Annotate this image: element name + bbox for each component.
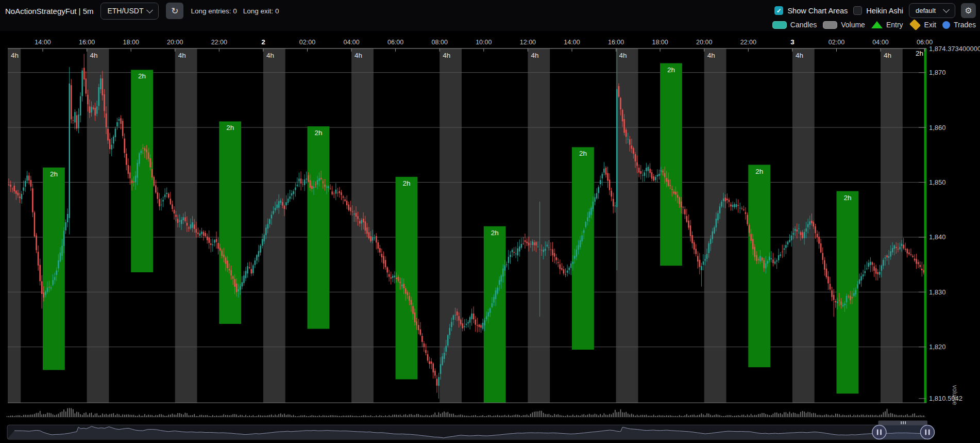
svg-text:1,830: 1,830	[929, 288, 946, 296]
svg-text:12:00: 12:00	[520, 39, 536, 46]
svg-text:2h: 2h	[402, 179, 410, 187]
legend-item-trades[interactable]: Trades	[942, 21, 976, 29]
pair-select[interactable]: ETH/USDT	[100, 3, 159, 20]
datazoom-left-handle[interactable]	[872, 425, 886, 439]
candlestick-chart[interactable]: 4h4h4h4h4h4h4h4h4h4h4h2h2h2h2h2h2h2h2h2h…	[0, 0, 980, 443]
svg-text:2h: 2h	[314, 129, 322, 137]
svg-text:10:00: 10:00	[476, 39, 492, 46]
svg-text:22:00: 22:00	[211, 39, 227, 46]
svg-text:14:00: 14:00	[35, 39, 50, 46]
svg-text:4h: 4h	[884, 52, 891, 59]
svg-text:2h: 2h	[667, 66, 675, 74]
trades-circle-icon	[942, 21, 950, 29]
datazoom-grip-bar[interactable]	[878, 421, 927, 425]
show-chart-areas-checkbox[interactable]: ✓ Show Chart Areas	[774, 6, 848, 15]
svg-text:02:00: 02:00	[299, 39, 315, 46]
svg-text:16:00: 16:00	[608, 39, 624, 46]
chart-options-row: ✓ Show Chart Areas Heikin Ashi default ⚙	[774, 3, 976, 18]
svg-text:2h: 2h	[755, 168, 763, 175]
pause-icon	[925, 430, 927, 435]
pause-icon	[877, 430, 878, 435]
svg-text:4h: 4h	[531, 52, 538, 59]
pair-select-value: ETH/USDT	[107, 7, 143, 15]
plot-config-value: default	[916, 7, 936, 14]
svg-text:20:00: 20:00	[696, 39, 712, 46]
svg-text:18:00: 18:00	[652, 39, 668, 46]
volume-swatch	[823, 21, 837, 29]
legend-item-exit[interactable]: Exit	[909, 21, 936, 29]
heikin-ashi-checkbox[interactable]: Heikin Ashi	[853, 6, 903, 15]
legend-item-volume[interactable]: Volume	[823, 21, 865, 29]
svg-text:1,870: 1,870	[929, 69, 946, 76]
show-chart-areas-label: Show Chart Areas	[787, 7, 848, 15]
trading-chart-app: 4h4h4h4h4h4h4h4h4h4h4h2h2h2h2h2h2h2h2h2h…	[0, 0, 980, 443]
svg-text:1,840: 1,840	[929, 233, 946, 241]
strategy-title: NoActionStrategyFut | 5m	[5, 7, 93, 15]
refresh-icon: ↻	[171, 6, 178, 17]
svg-text:16:00: 16:00	[79, 39, 95, 46]
svg-text:4h: 4h	[11, 52, 19, 59]
trade-stats: Long entries: 0 Long exit: 0	[191, 7, 279, 15]
svg-text:4h: 4h	[266, 52, 274, 59]
svg-text:4h: 4h	[619, 52, 627, 59]
svg-text:2h: 2h	[50, 170, 58, 178]
settings-button[interactable]: ⚙	[961, 3, 976, 18]
entry-triangle-icon	[871, 21, 883, 28]
svg-text:4h: 4h	[443, 52, 450, 59]
svg-text:2h: 2h	[579, 150, 587, 157]
svg-text:04:00: 04:00	[872, 39, 888, 46]
svg-text:4h: 4h	[354, 52, 362, 59]
svg-text:1,820: 1,820	[929, 343, 946, 351]
svg-text:02:00: 02:00	[829, 39, 844, 46]
svg-text:22:00: 22:00	[740, 39, 756, 46]
svg-text:1,850: 1,850	[929, 178, 946, 186]
svg-text:2: 2	[261, 38, 265, 46]
gear-icon: ⚙	[965, 6, 972, 15]
refresh-button[interactable]: ↻	[166, 3, 183, 19]
legend-item-candles[interactable]: Candles	[772, 21, 817, 29]
checkbox-checked-icon: ✓	[774, 6, 783, 15]
legend-item-entry[interactable]: Entry	[871, 21, 903, 29]
svg-text:2h: 2h	[138, 72, 146, 80]
svg-text:14:00: 14:00	[564, 39, 580, 46]
svg-text:20:00: 20:00	[167, 39, 183, 46]
chevron-down-icon	[943, 6, 950, 13]
svg-text:4h: 4h	[707, 52, 715, 59]
svg-text:1,860: 1,860	[929, 124, 946, 132]
checkbox-unchecked-icon	[853, 6, 862, 15]
long-exit-stat: Long exit: 0	[243, 7, 279, 15]
top-bar: NoActionStrategyFut | 5m ETH/USDT ↻ Long…	[0, 0, 980, 31]
svg-text:1,874.373400000: 1,874.373400000	[929, 45, 980, 53]
svg-text:4h: 4h	[796, 52, 803, 59]
datazoom-right-handle[interactable]	[921, 425, 935, 439]
chart-legend: Candles Volume Entry Exit Trades	[772, 21, 976, 29]
long-entries-stat: Long entries: 0	[191, 7, 236, 15]
svg-text:04:00: 04:00	[343, 39, 359, 46]
svg-text:2h: 2h	[491, 229, 499, 237]
candles-swatch	[772, 21, 787, 29]
strategy-controls: NoActionStrategyFut | 5m ETH/USDT ↻ Long…	[5, 0, 279, 22]
svg-text:volume: volume	[951, 385, 958, 405]
svg-text:2h: 2h	[916, 50, 923, 57]
svg-text:4h: 4h	[178, 52, 186, 59]
svg-text:3: 3	[790, 38, 795, 46]
svg-text:08:00: 08:00	[432, 39, 448, 46]
svg-text:2h: 2h	[226, 124, 234, 132]
svg-text:06:00: 06:00	[387, 39, 403, 46]
chevron-down-icon	[147, 7, 154, 13]
svg-text:2h: 2h	[843, 194, 851, 202]
svg-text:18:00: 18:00	[123, 39, 139, 46]
exit-diamond-icon	[909, 19, 920, 30]
heikin-ashi-label: Heikin Ashi	[866, 7, 903, 15]
plot-config-select[interactable]: default	[909, 3, 955, 18]
svg-text:4h: 4h	[90, 52, 98, 59]
